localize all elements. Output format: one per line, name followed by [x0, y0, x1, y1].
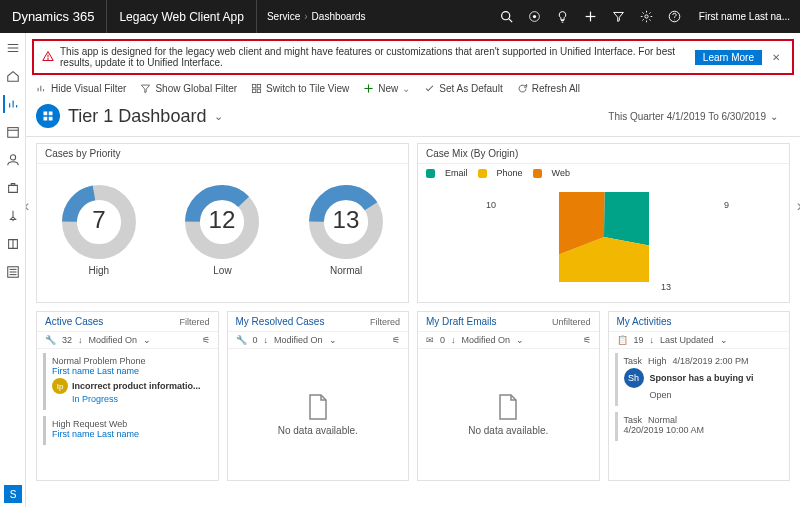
- stream-title[interactable]: My Draft Emails: [426, 316, 497, 327]
- no-data-text: No data available.: [468, 425, 548, 436]
- learn-more-button[interactable]: Learn More: [695, 50, 762, 65]
- resolved-cases-stream: My Resolved CasesFiltered 🔧 0 ↓ Modified…: [227, 311, 410, 481]
- legend-label: Web: [552, 168, 570, 178]
- chart-legend: Email Phone Web: [418, 164, 789, 182]
- activity-subject: Sponsor has a buying vi: [650, 373, 754, 383]
- refresh-button[interactable]: Refresh All: [517, 83, 580, 94]
- sort-field[interactable]: Modified On: [462, 335, 511, 345]
- item-owner: First name Last name: [52, 366, 206, 376]
- arrow-down-icon[interactable]: ↓: [264, 335, 269, 345]
- filter-icon[interactable]: [605, 0, 633, 33]
- chevron-down-icon[interactable]: ⌄: [214, 110, 223, 123]
- mail-icon: ✉: [426, 335, 434, 345]
- list-item[interactable]: Task High 4/18/2019 2:00 PM Sh Sponsor h…: [615, 353, 784, 406]
- donut-high[interactable]: 7 High: [60, 183, 138, 276]
- sort-field[interactable]: Last Updated: [660, 335, 714, 345]
- case-icon[interactable]: [4, 179, 22, 197]
- card-title: Cases by Priority: [37, 144, 408, 164]
- dashboard-icon[interactable]: [3, 95, 21, 113]
- lightbulb-icon[interactable]: [549, 0, 577, 33]
- chevron-down-icon[interactable]: ⌄: [329, 335, 337, 345]
- left-nav-rail: [0, 33, 26, 507]
- switch-tile-view-button[interactable]: Switch to Tile View: [251, 83, 349, 94]
- dashboard-title-bar: Tier 1 Dashboard ⌄ This Quarter 4/1/2019…: [26, 100, 800, 137]
- svg-text:12: 12: [209, 205, 236, 232]
- stream-options-icon[interactable]: ⚟: [583, 335, 591, 345]
- date-range-selector[interactable]: This Quarter 4/1/2019 To 6/30/2019 ⌄: [608, 111, 778, 122]
- arrow-down-icon[interactable]: ↓: [451, 335, 456, 345]
- donut-normal[interactable]: 13 Normal: [307, 183, 385, 276]
- active-cases-stream: Active CasesFiltered 🔧 32 ↓ Modified On …: [36, 311, 219, 481]
- stream-title[interactable]: Active Cases: [45, 316, 103, 327]
- sandbox-badge[interactable]: S: [4, 485, 22, 503]
- list-icon[interactable]: [4, 263, 22, 281]
- arrow-down-icon[interactable]: ↓: [78, 335, 83, 345]
- brand-label[interactable]: Dynamics 365: [0, 0, 107, 33]
- main-area: This app is designed for the legacy web …: [26, 33, 800, 507]
- hide-visual-filter-button[interactable]: Hide Visual Filter: [36, 83, 126, 94]
- set-default-button[interactable]: Set As Default: [424, 83, 502, 94]
- stream-options-icon[interactable]: ⚟: [392, 335, 400, 345]
- scroll-left-button[interactable]: ‹: [26, 197, 29, 215]
- activity-priority: Normal: [648, 415, 677, 425]
- gear-icon[interactable]: [633, 0, 661, 33]
- svg-rect-14: [7, 128, 18, 138]
- chevron-down-icon: ⌄: [402, 83, 410, 94]
- legend-label: Phone: [497, 168, 523, 178]
- activity-date: 4/20/2019 10:00 AM: [624, 425, 778, 435]
- stream-options-icon[interactable]: ⚟: [202, 335, 210, 345]
- sort-field[interactable]: Modified On: [89, 335, 138, 345]
- donut-label: Normal: [307, 265, 385, 276]
- list-item[interactable]: Normal Problem Phone First name Last nam…: [43, 353, 212, 410]
- svg-point-16: [10, 155, 15, 160]
- donut-low[interactable]: 12 Low: [183, 183, 261, 276]
- draft-emails-stream: My Draft EmailsUnfiltered ✉ 0 ↓ Modified…: [417, 311, 600, 481]
- svg-rect-33: [49, 112, 53, 116]
- dashboard-title[interactable]: Tier 1 Dashboard: [68, 106, 206, 127]
- item-owner: First name Last name: [52, 429, 206, 439]
- breadcrumb[interactable]: Service › Dashboards: [257, 0, 376, 33]
- contact-icon[interactable]: [4, 151, 22, 169]
- chevron-down-icon[interactable]: ⌄: [720, 335, 728, 345]
- dashboard-content: ‹ › Cases by Priority 7 High 12 Low: [26, 137, 800, 507]
- list-item[interactable]: Task Normal 4/20/2019 10:00 AM: [615, 412, 784, 441]
- svg-rect-28: [252, 89, 255, 92]
- cmd-label: Hide Visual Filter: [51, 83, 126, 94]
- banner-text: This app is designed for the legacy web …: [60, 46, 689, 68]
- pie-chart[interactable]: 9 13 10: [418, 182, 789, 292]
- clipboard-icon: 📋: [617, 335, 628, 345]
- cmd-label: Switch to Tile View: [266, 83, 349, 94]
- kb-icon[interactable]: [4, 235, 22, 253]
- search-icon[interactable]: [493, 0, 521, 33]
- breadcrumb-page: Dashboards: [312, 11, 366, 22]
- user-name[interactable]: First name Last na...: [689, 0, 800, 33]
- home-icon[interactable]: [4, 67, 22, 85]
- wrench-icon: 🔧: [236, 335, 247, 345]
- item-subject: Incorrect product informatio...: [72, 381, 201, 391]
- plus-icon[interactable]: [577, 0, 605, 33]
- activity-icon[interactable]: [4, 123, 22, 141]
- list-item[interactable]: High Request Web First name Last name: [43, 416, 212, 445]
- chevron-down-icon: ⌄: [770, 111, 778, 122]
- app-name[interactable]: Legacy Web Client App: [107, 0, 257, 33]
- chevron-down-icon[interactable]: ⌄: [516, 335, 524, 345]
- activity-priority: High: [648, 356, 667, 366]
- count: 0: [440, 335, 445, 345]
- menu-icon[interactable]: [4, 39, 22, 57]
- sort-field[interactable]: Modified On: [274, 335, 323, 345]
- cmd-label: New: [378, 83, 398, 94]
- show-global-filter-button[interactable]: Show Global Filter: [140, 83, 237, 94]
- svg-rect-34: [44, 117, 48, 121]
- chevron-down-icon[interactable]: ⌄: [143, 335, 151, 345]
- pin-icon[interactable]: [4, 207, 22, 225]
- new-button[interactable]: New ⌄: [363, 83, 410, 94]
- assistant-icon[interactable]: [521, 0, 549, 33]
- close-icon[interactable]: ✕: [768, 52, 784, 63]
- swatch-phone: [478, 169, 487, 178]
- arrow-down-icon[interactable]: ↓: [650, 335, 655, 345]
- filter-state: Filtered: [179, 317, 209, 327]
- stream-title[interactable]: My Activities: [617, 316, 672, 327]
- donut-label: High: [60, 265, 138, 276]
- help-icon[interactable]: [661, 0, 689, 33]
- stream-title[interactable]: My Resolved Cases: [236, 316, 325, 327]
